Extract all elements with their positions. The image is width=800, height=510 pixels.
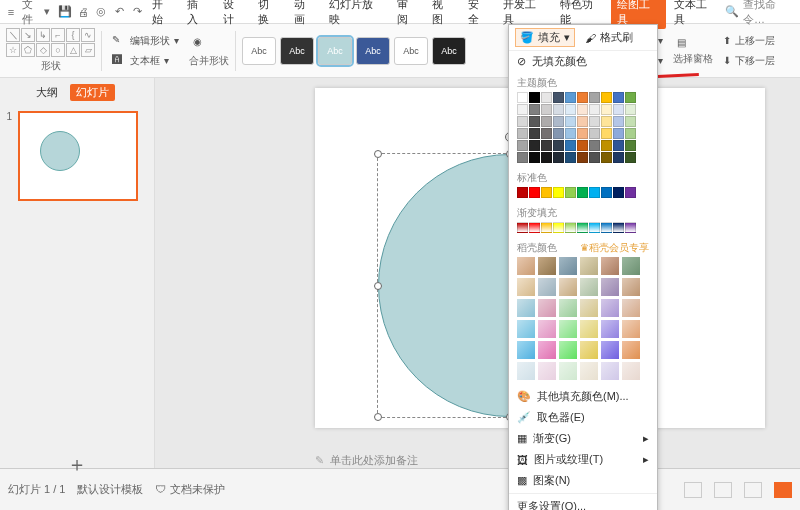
tab-slides[interactable]: 幻灯片 <box>70 84 115 101</box>
notes-placeholder[interactable]: ✎ 单击此处添加备注 <box>315 453 418 468</box>
gradient-swatch[interactable] <box>541 222 552 233</box>
slideshow-play-button[interactable] <box>774 482 792 498</box>
dk-gradient-swatch[interactable] <box>601 257 619 275</box>
dk-gradient-swatch[interactable] <box>517 341 535 359</box>
color-swatch[interactable] <box>565 128 576 139</box>
dk-gradient-swatch[interactable] <box>622 362 640 380</box>
gradient-swatch[interactable] <box>517 222 528 233</box>
menu-slideshow[interactable]: 幻灯片放映 <box>323 0 389 29</box>
dk-gradient-swatch[interactable] <box>580 299 598 317</box>
menu-design[interactable]: 设计 <box>217 0 250 29</box>
protect-status[interactable]: 🛡 文档未保护 <box>155 482 224 497</box>
dk-gradient-swatch[interactable] <box>517 278 535 296</box>
color-swatch[interactable] <box>589 140 600 151</box>
color-swatch[interactable] <box>529 152 540 163</box>
app-menu-icon[interactable]: ≡ <box>4 5 18 19</box>
tab-outline[interactable]: 大纲 <box>30 84 64 101</box>
color-swatch[interactable] <box>541 128 552 139</box>
dk-gradient-swatch[interactable] <box>538 278 556 296</box>
color-swatch[interactable] <box>577 140 588 151</box>
color-swatch[interactable] <box>529 92 540 103</box>
view-sorter-button[interactable] <box>714 482 732 498</box>
color-swatch[interactable] <box>553 104 564 115</box>
color-swatch[interactable] <box>565 187 576 198</box>
gradient-swatch[interactable] <box>601 222 612 233</box>
preview-icon[interactable]: ◎ <box>94 5 108 19</box>
gradient-swatch[interactable] <box>529 222 540 233</box>
shape-gallery[interactable]: ＼↘↳⌐{∿ ☆⬠◇○△▱ <box>6 28 95 57</box>
color-swatch[interactable] <box>589 152 600 163</box>
color-swatch[interactable] <box>625 104 636 115</box>
file-menu[interactable]: 文件 <box>22 5 36 19</box>
picture-texture-option[interactable]: 🖼图片或纹理(T)▸ <box>509 449 657 470</box>
gradient-option[interactable]: ▦渐变(G)▸ <box>509 428 657 449</box>
color-swatch[interactable] <box>517 116 528 127</box>
color-swatch[interactable] <box>529 140 540 151</box>
view-normal-button[interactable] <box>684 482 702 498</box>
color-swatch[interactable] <box>565 104 576 115</box>
dk-gradient-swatch[interactable] <box>580 320 598 338</box>
color-swatch[interactable] <box>625 140 636 151</box>
color-swatch[interactable] <box>625 92 636 103</box>
view-reading-button[interactable] <box>744 482 762 498</box>
color-swatch[interactable] <box>625 116 636 127</box>
color-swatch[interactable] <box>553 140 564 151</box>
dk-gradient-swatch[interactable] <box>622 299 640 317</box>
menu-anim[interactable]: 动画 <box>288 0 321 29</box>
shape-style-gallery[interactable]: Abc Abc Abc Abc Abc Abc <box>242 37 466 65</box>
color-swatch[interactable] <box>577 128 588 139</box>
color-swatch[interactable] <box>589 187 600 198</box>
color-swatch[interactable] <box>517 140 528 151</box>
resize-handle-nw[interactable] <box>374 150 382 158</box>
dk-gradient-swatch[interactable] <box>559 299 577 317</box>
dk-gradient-swatch[interactable] <box>559 341 577 359</box>
dk-gradient-swatch[interactable] <box>517 362 535 380</box>
save-icon[interactable]: 💾 <box>58 5 72 19</box>
style-5[interactable]: Abc <box>394 37 428 65</box>
color-swatch[interactable] <box>529 128 540 139</box>
color-swatch[interactable] <box>613 187 624 198</box>
color-swatch[interactable] <box>541 92 552 103</box>
color-swatch[interactable] <box>553 187 564 198</box>
dk-gradient-swatch[interactable] <box>601 299 619 317</box>
pattern-option[interactable]: ▩图案(N) <box>509 470 657 491</box>
color-swatch[interactable] <box>613 116 624 127</box>
fill-button[interactable]: 🪣填充▾ <box>515 28 575 47</box>
dk-gradient-swatch[interactable] <box>580 257 598 275</box>
color-swatch[interactable] <box>601 92 612 103</box>
color-swatch[interactable] <box>553 92 564 103</box>
color-swatch[interactable] <box>601 128 612 139</box>
style-6[interactable]: Abc <box>432 37 466 65</box>
color-swatch[interactable] <box>553 116 564 127</box>
color-swatch[interactable] <box>577 116 588 127</box>
dk-gradient-swatch[interactable] <box>538 362 556 380</box>
color-swatch[interactable] <box>541 116 552 127</box>
color-swatch[interactable] <box>589 92 600 103</box>
dropdown-icon[interactable]: ▾ <box>40 5 54 19</box>
style-4[interactable]: Abc <box>356 37 390 65</box>
color-swatch[interactable] <box>517 92 528 103</box>
color-swatch[interactable] <box>541 152 552 163</box>
resize-handle-w[interactable] <box>374 282 382 290</box>
dk-gradient-swatch[interactable] <box>622 341 640 359</box>
color-swatch[interactable] <box>565 92 576 103</box>
color-swatch[interactable] <box>625 152 636 163</box>
color-swatch[interactable] <box>613 152 624 163</box>
move-up-button[interactable]: ⬆上移一层 <box>719 32 779 50</box>
menu-insert[interactable]: 插入 <box>181 0 214 29</box>
color-swatch[interactable] <box>577 104 588 115</box>
menu-view[interactable]: 视图 <box>426 0 459 29</box>
dk-gradient-swatch[interactable] <box>622 257 640 275</box>
color-swatch[interactable] <box>613 128 624 139</box>
more-fill-colors[interactable]: 🎨其他填充颜色(M)... <box>509 386 657 407</box>
color-swatch[interactable] <box>565 116 576 127</box>
dk-gradient-grid[interactable] <box>509 257 657 386</box>
dk-gradient-swatch[interactable] <box>601 320 619 338</box>
no-fill-option[interactable]: ⊘无填充颜色 <box>509 51 657 72</box>
dk-gradient-swatch[interactable] <box>517 299 535 317</box>
dk-gradient-swatch[interactable] <box>517 320 535 338</box>
color-swatch[interactable] <box>577 92 588 103</box>
color-swatch[interactable] <box>517 187 528 198</box>
color-swatch[interactable] <box>541 187 552 198</box>
dk-gradient-swatch[interactable] <box>538 257 556 275</box>
